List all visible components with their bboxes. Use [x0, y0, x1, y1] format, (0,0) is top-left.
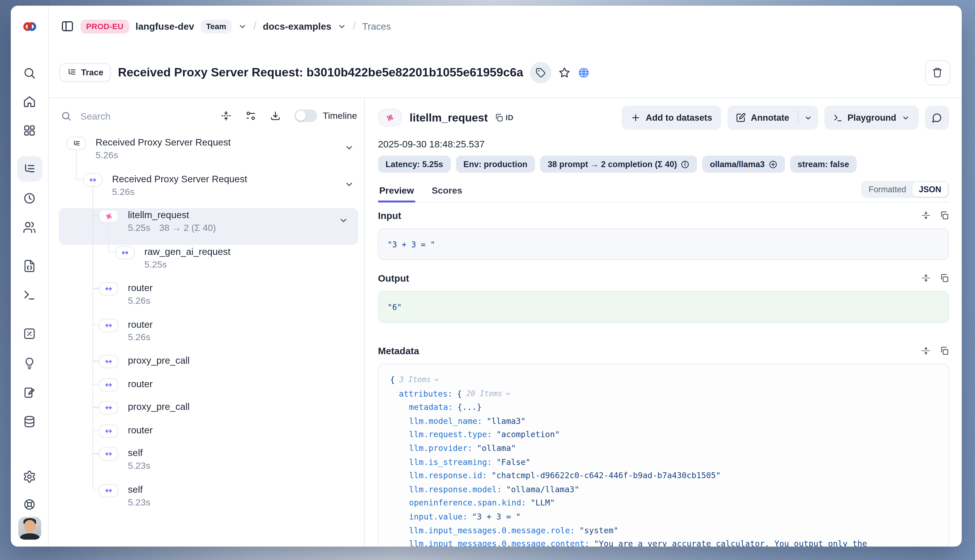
tree-row[interactable]: Received Proxy Server Request5.26s — [48, 172, 364, 208]
public-globe-button[interactable] — [578, 66, 590, 79]
tokens-badge[interactable]: 38 prompt → 2 completion (Σ 40) — [540, 155, 697, 173]
tree-row[interactable]: raw_gen_ai_request5.25s — [48, 245, 364, 281]
output-section-header: Output — [378, 273, 949, 283]
bookmark-star-button[interactable] — [559, 67, 571, 78]
input-heading: Input — [378, 210, 401, 221]
sidebar-item-lightbulb[interactable] — [23, 357, 36, 370]
tree-row[interactable]: router5.26s — [48, 317, 364, 354]
sidebar-item-support[interactable] — [23, 498, 36, 511]
tree-row[interactable]: self5.23s — [48, 482, 364, 519]
sidebar-item-evaluations[interactable] — [23, 327, 36, 340]
json-line[interactable]: { 3 Items — [390, 373, 937, 387]
tab-scores[interactable]: Scores — [430, 185, 464, 202]
tab-preview[interactable]: Preview — [378, 185, 415, 202]
sliders-icon — [245, 110, 256, 122]
span-label: router — [128, 377, 153, 390]
tree-row-selected[interactable]: litellm_request5.25s38 → 2 (Σ 40) — [59, 208, 358, 245]
copy-icon[interactable] — [939, 273, 949, 283]
trash-icon — [932, 67, 943, 78]
json-line[interactable]: metadata:{...} — [390, 400, 937, 414]
input-value: "3 + 3 = " — [378, 228, 949, 260]
top-header: PROD-EU langfuse-dev Team / docs-example… — [11, 5, 962, 48]
delete-trace-button[interactable] — [925, 60, 950, 85]
timeline-toggle[interactable] — [294, 109, 317, 122]
move-horizontal-icon — [105, 450, 113, 458]
org-logo[interactable] — [11, 5, 48, 48]
env-badge: Env: production — [456, 155, 535, 173]
json-line[interactable]: attributes: { 20 Items — [390, 387, 937, 401]
avatar[interactable] — [18, 517, 41, 540]
json-option[interactable]: JSON — [913, 182, 948, 197]
annotate-button[interactable]: Annotate — [727, 105, 798, 130]
formatted-option[interactable]: Formatted — [862, 182, 913, 197]
fold-vertical-icon[interactable] — [921, 273, 930, 283]
tree-row[interactable]: proxy_pre_call — [48, 354, 364, 377]
project-switcher-chevron-icon[interactable] — [338, 22, 347, 31]
fold-vertical-icon — [220, 110, 232, 122]
sidebar-item-home[interactable] — [23, 95, 36, 108]
model-badge[interactable]: ollama/llama3 — [702, 155, 785, 173]
star-icon — [559, 67, 571, 78]
detail-actions: Add to datasets Annotate — [622, 105, 949, 130]
comments-button[interactable] — [925, 105, 949, 130]
copy-icon[interactable] — [939, 211, 949, 220]
project-name[interactable]: docs-examples — [263, 21, 331, 32]
tree-row-trace-root[interactable]: Received Proxy Server Request5.26s — [48, 135, 364, 172]
playground-button[interactable]: Playground — [824, 105, 918, 130]
sidebar-item-search[interactable] — [23, 66, 36, 79]
fold-vertical-icon[interactable] — [921, 211, 930, 220]
json-line: llm.input_messages.0.message.content:"Yo… — [390, 537, 937, 546]
sidebar-item-prompts[interactable] — [23, 259, 36, 272]
span-title: litellm_request — [410, 111, 488, 124]
chevron-down-icon — [901, 114, 909, 122]
add-to-datasets-button[interactable]: Add to datasets — [622, 105, 721, 130]
sidebar-item-dashboards[interactable] — [23, 124, 36, 137]
span-duration: 5.26s — [112, 186, 135, 196]
span-detail-panel: litellm_request ID Add to datasets — [364, 98, 962, 546]
tree-row[interactable]: proxy_pre_call — [48, 400, 364, 423]
sidebar-toggle-button[interactable] — [61, 20, 74, 33]
span-duration: 5.23s — [128, 497, 150, 507]
copy-icon — [494, 113, 503, 122]
chevron-down-icon[interactable] — [345, 143, 354, 152]
collapse-all-button[interactable] — [220, 110, 232, 122]
tree-row[interactable]: router — [48, 377, 364, 400]
sidebar-item-traces[interactable] — [23, 162, 36, 175]
sidebar-item-datasets[interactable] — [23, 385, 36, 399]
sidebar-item-settings[interactable] — [23, 470, 36, 483]
chevron-down-icon[interactable] — [339, 216, 348, 225]
json-line: llm.model_name:"llama3" — [390, 414, 937, 428]
download-button[interactable] — [269, 110, 281, 122]
copy-icon[interactable] — [939, 346, 949, 356]
tree-row[interactable]: router5.26s — [48, 281, 364, 317]
sidebar-item-users[interactable] — [23, 221, 36, 234]
sidebar-item-playground[interactable] — [23, 288, 36, 301]
fold-vertical-icon[interactable] — [921, 346, 930, 356]
annotate-dropdown-button[interactable] — [798, 105, 818, 130]
sidebar-item-sessions[interactable] — [23, 192, 36, 205]
json-line: llm.request.type:"acompletion" — [390, 428, 937, 442]
trace-title: Received Proxy Server Request: b3010b422… — [118, 65, 523, 79]
span-type-chip — [99, 282, 118, 295]
output-value: "6" — [378, 291, 949, 323]
copy-id-button[interactable]: ID — [494, 113, 514, 122]
chevron-down-icon[interactable] — [345, 179, 354, 189]
breadcrumb-page[interactable]: Traces — [362, 21, 391, 32]
json-line: llm.input_messages.0.message.role:"syste… — [390, 523, 937, 537]
span-label: Received Proxy Server Request — [96, 135, 231, 148]
tree-row[interactable]: router — [48, 423, 364, 446]
view-settings-button[interactable] — [245, 110, 256, 122]
move-horizontal-icon — [105, 380, 113, 388]
span-timestamp: 2025-09-30 18:48:25.537 — [378, 138, 949, 149]
tree-row[interactable]: self5.23s — [48, 446, 364, 483]
org-switcher-chevron-icon[interactable] — [238, 22, 247, 31]
span-type-chip — [378, 109, 402, 127]
list-tree-icon — [72, 140, 80, 147]
tags-button[interactable] — [530, 62, 552, 83]
sidebar-item-database[interactable] — [23, 415, 36, 428]
trace-type-chip[interactable]: Trace — [59, 63, 111, 82]
org-name[interactable]: langfuse-dev — [135, 21, 194, 32]
move-horizontal-icon — [105, 357, 113, 366]
icon-rail — [11, 48, 49, 546]
search-input[interactable] — [79, 110, 207, 122]
